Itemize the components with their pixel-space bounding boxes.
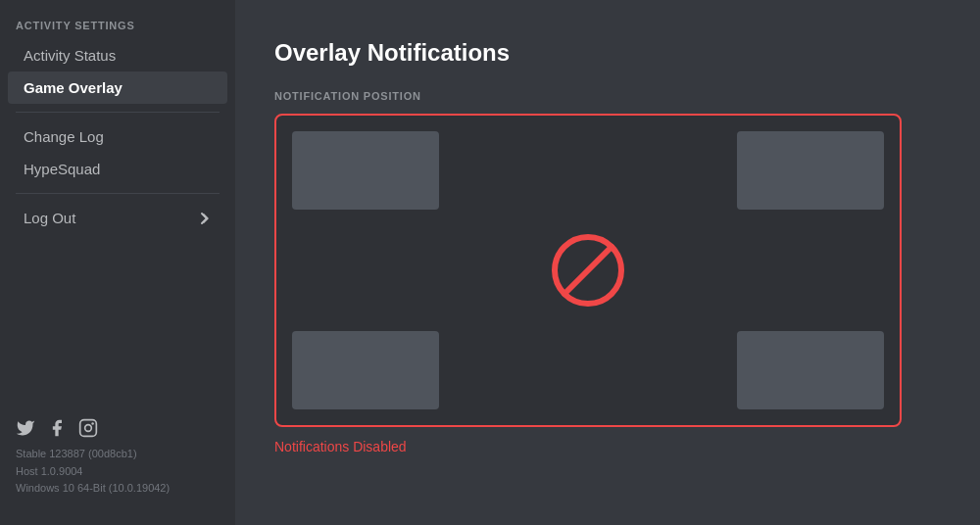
sidebar-item-change-log[interactable]: Change Log	[8, 120, 227, 153]
svg-rect-0	[80, 420, 97, 437]
version-line-1: Stable 123887 (00d8cb1)	[16, 446, 220, 463]
version-line-3: Windows 10 64-Bit (10.0.19042)	[16, 480, 220, 498]
main-content: Overlay Notifications NOTIFICATION POSIT…	[235, 0, 980, 525]
notifications-disabled-label: Notifications Disabled	[274, 439, 407, 454]
version-info: Stable 123887 (00d8cb1) Host 1.0.9004 Wi…	[16, 446, 220, 498]
sidebar-item-game-overlay[interactable]: Game Overlay	[8, 72, 227, 104]
sidebar-item-label: Game Overlay	[24, 79, 122, 96]
page-title: Overlay Notifications	[274, 39, 941, 67]
sidebar-item-label: Change Log	[24, 128, 104, 145]
social-icons	[16, 418, 220, 438]
sidebar-item-label: Log Out	[24, 210, 75, 226]
sidebar-divider-2	[16, 193, 220, 194]
sidebar-item-activity-status[interactable]: Activity Status	[8, 39, 227, 72]
svg-point-2	[91, 422, 94, 425]
sidebar-section-header: ACTIVITY SETTINGS	[0, 20, 235, 39]
sidebar-item-label: Activity Status	[24, 47, 116, 64]
sidebar-divider	[16, 112, 220, 113]
position-bottom-left[interactable]	[292, 331, 439, 409]
notifications-disabled-text: Notifications Disabled	[274, 439, 941, 454]
sidebar-item-hypesquad[interactable]: HypeSquad	[8, 153, 227, 185]
position-bottom-right[interactable]	[737, 331, 884, 409]
twitter-icon[interactable]	[16, 418, 35, 438]
sidebar-footer: Stable 123887 (00d8cb1) Host 1.0.9004 Wi…	[0, 410, 235, 505]
svg-line-4	[564, 247, 612, 294]
notification-position-grid[interactable]	[274, 114, 902, 427]
svg-point-1	[85, 425, 92, 432]
position-top-left[interactable]	[292, 131, 439, 210]
notifications-disabled-icon	[549, 231, 627, 310]
version-line-2: Host 1.0.9004	[16, 463, 220, 481]
sidebar-item-log-out[interactable]: Log Out	[8, 202, 227, 234]
position-top-right[interactable]	[737, 131, 884, 210]
instagram-icon[interactable]	[78, 418, 98, 438]
facebook-icon[interactable]	[47, 418, 67, 438]
sidebar-item-label: HypeSquad	[24, 161, 100, 177]
notification-position-label: NOTIFICATION POSITION	[274, 90, 941, 102]
arrow-right-icon	[196, 211, 212, 226]
sidebar: ACTIVITY SETTINGS Activity Status Game O…	[0, 0, 235, 525]
